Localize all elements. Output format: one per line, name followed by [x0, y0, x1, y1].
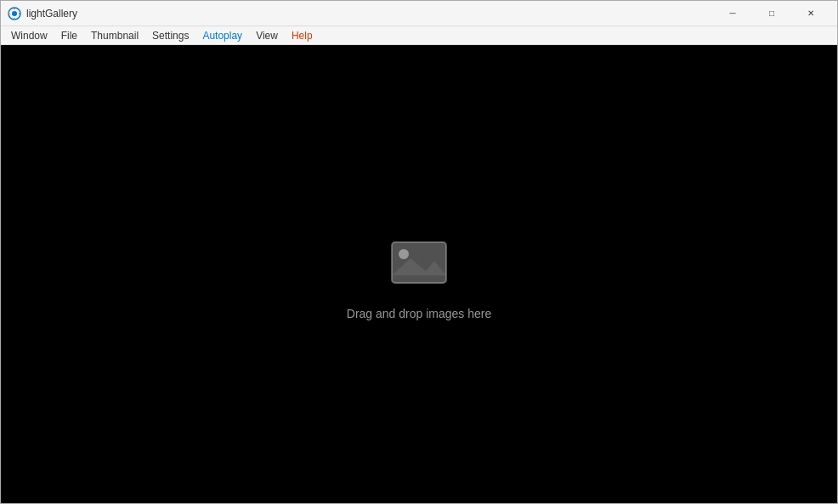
- app-window: lightGallery ─ □ ✕ Window File Thumbnail…: [0, 0, 838, 504]
- app-icon: [8, 7, 21, 20]
- menu-item-help[interactable]: Help: [285, 28, 320, 43]
- minimize-button[interactable]: ─: [713, 1, 752, 26]
- svg-rect-6: [392, 242, 446, 283]
- drop-zone[interactable]: Drag and drop images here: [347, 229, 491, 320]
- menu-item-autoplay[interactable]: Autoplay: [195, 28, 249, 43]
- menu-bar: Window File Thumbnail Settings Autoplay …: [1, 26, 837, 45]
- close-button[interactable]: ✕: [791, 1, 830, 26]
- drop-zone-icon: [385, 229, 453, 297]
- window-title: lightGallery: [26, 8, 713, 20]
- drop-zone-text: Drag and drop images here: [347, 307, 491, 320]
- menu-item-file[interactable]: File: [54, 28, 84, 43]
- svg-point-7: [399, 249, 409, 259]
- menu-item-thumbnail[interactable]: Thumbnail: [84, 28, 145, 43]
- window-controls: ─ □ ✕: [713, 1, 830, 26]
- menu-item-window[interactable]: Window: [4, 28, 54, 43]
- maximize-button[interactable]: □: [752, 1, 791, 26]
- title-bar: lightGallery ─ □ ✕: [1, 1, 837, 26]
- menu-item-view[interactable]: View: [249, 28, 285, 43]
- main-content-area[interactable]: Drag and drop images here: [1, 45, 837, 503]
- svg-point-1: [12, 11, 17, 16]
- menu-item-settings[interactable]: Settings: [145, 28, 195, 43]
